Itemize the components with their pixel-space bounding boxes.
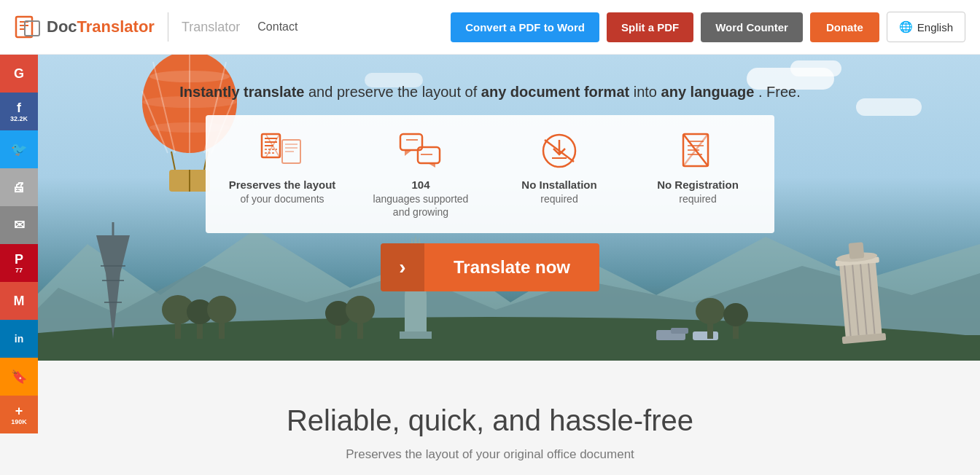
features-box: Preserves the layout of your documents 1…: [206, 115, 774, 233]
word-counter-button[interactable]: Word Counter: [701, 12, 803, 42]
bottom-title: Reliable, quick, and hassle-free: [15, 404, 965, 437]
feature-layout: Preserves the layout of your documents: [213, 133, 351, 219]
social-gmail[interactable]: M: [0, 282, 38, 320]
donate-button[interactable]: Donate: [810, 12, 879, 42]
feature-no-install: No Installation required: [490, 133, 629, 219]
nav-divider: [168, 12, 168, 42]
feature-no-reg-title: No Registration: [657, 178, 739, 192]
email-icon: ✉: [14, 219, 25, 232]
nav-translator-link[interactable]: Translator: [182, 20, 240, 35]
headline-end: . Free.: [758, 84, 801, 100]
bottom-section: Reliable, quick, and hassle-free Preserv…: [0, 361, 980, 475]
no-install-icon: [537, 133, 581, 169]
facebook-count: 32.2K: [10, 115, 28, 122]
linkedin-icon: in: [15, 334, 23, 344]
pinterest-icon: P: [15, 253, 23, 266]
social-bookmark[interactable]: 🔖: [0, 358, 38, 396]
headline-format: any document format: [481, 84, 629, 100]
feature-no-reg-sub: required: [679, 192, 716, 205]
headline-language: any language: [661, 84, 755, 100]
svg-rect-93: [849, 242, 865, 259]
nav-contact-link[interactable]: Contact: [257, 20, 298, 34]
language-select-button[interactable]: 🌐 English: [887, 12, 965, 42]
social-twitter[interactable]: 🐦: [0, 130, 38, 168]
logo-doc-text: Doc: [47, 17, 77, 36]
twitter-icon: 🐦: [11, 143, 27, 156]
more-icon: +: [15, 404, 23, 417]
facebook-icon: f: [17, 101, 21, 114]
social-facebook[interactable]: f 32.2K: [0, 93, 38, 130]
translate-arrow-icon: ›: [381, 243, 424, 291]
navbar: DocTranslator Translator Contact Convert…: [0, 0, 980, 55]
hero-headline: Instantly translate and preserve the lay…: [165, 76, 814, 108]
bottom-sub: Preserves the layout of your original of…: [15, 447, 965, 462]
svg-rect-80: [693, 331, 718, 340]
svg-marker-54: [96, 235, 130, 244]
svg-point-64: [207, 296, 236, 323]
hero-section: Instantly translate and preserve the lay…: [0, 55, 980, 361]
translate-btn-wrapper: › Translate now: [381, 243, 599, 291]
feature-no-install-title: No Installation: [521, 178, 596, 192]
social-sidebar: G f 32.2K 🐦 🖨 ✉ P 77 M in 🔖 + 190K: [0, 55, 38, 433]
social-pinterest[interactable]: P 77: [0, 244, 38, 282]
feature-layout-title: Preserves the layout: [229, 178, 336, 192]
feature-no-install-sub: required: [540, 192, 578, 205]
google-icon: G: [14, 67, 24, 80]
logo-icon: [15, 15, 42, 39]
svg-marker-31: [405, 150, 412, 156]
translate-now-button[interactable]: › Translate now: [381, 243, 599, 291]
logo[interactable]: DocTranslator: [15, 15, 155, 39]
svg-marker-53: [98, 244, 128, 259]
svg-point-77: [346, 296, 375, 323]
svg-point-82: [696, 298, 725, 324]
feature-no-reg: No Registration required: [629, 133, 767, 219]
feature-languages: 104 languages supported and growing: [351, 133, 490, 219]
convert-pdf-button[interactable]: Convert a PDF to Word: [451, 12, 599, 42]
svg-rect-50: [0, 335, 980, 361]
social-linkedin[interactable]: in: [0, 320, 38, 358]
pinterest-count: 77: [15, 267, 23, 274]
language-label: English: [917, 21, 953, 34]
svg-marker-33: [428, 163, 435, 168]
more-count: 190K: [11, 418, 27, 425]
headline-mid2: into: [634, 84, 661, 100]
feature-languages-sub: languages supported and growing: [363, 192, 478, 219]
svg-rect-79: [671, 328, 688, 334]
layout-icon: [260, 133, 304, 169]
gmail-icon: M: [14, 294, 25, 307]
logo-translator-text: Translator: [77, 17, 155, 36]
social-google[interactable]: G: [0, 55, 38, 93]
svg-point-84: [723, 303, 748, 326]
bookmark-icon: 🔖: [11, 370, 27, 383]
social-email[interactable]: ✉: [0, 206, 38, 244]
no-reg-icon: [676, 133, 720, 169]
social-print[interactable]: 🖨: [0, 168, 38, 206]
flag-icon: 🌐: [899, 20, 913, 34]
headline-instantly: Instantly translate: [179, 84, 304, 100]
print-icon: 🖨: [12, 181, 26, 194]
cloud-2: [856, 98, 922, 116]
svg-line-14: [171, 152, 175, 170]
nav-buttons: Convert a PDF to Word Split a PDF Word C…: [451, 12, 965, 42]
feature-layout-sub: of your documents: [240, 192, 324, 205]
social-more[interactable]: + 190K: [0, 396, 38, 433]
headline-mid: and preserve the layout of: [308, 84, 481, 100]
languages-icon: [399, 133, 443, 169]
cloud-1b: [790, 60, 841, 76]
split-pdf-button[interactable]: Split a PDF: [607, 12, 693, 42]
svg-rect-66: [400, 331, 432, 339]
feature-languages-title: 104: [411, 178, 429, 192]
translate-now-label: Translate now: [424, 257, 599, 278]
